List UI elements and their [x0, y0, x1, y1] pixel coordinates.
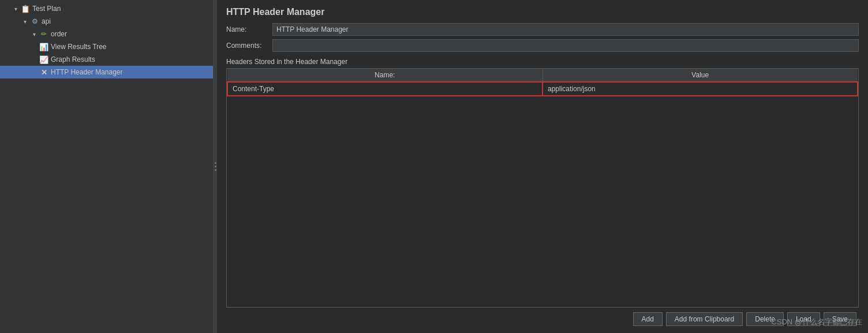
table-header-row: Name: Value [227, 69, 858, 82]
expand-arrow: ▾ [12, 6, 20, 12]
gear-icon: ⚙ [30, 17, 39, 26]
sidebar-item-label: Graph Results [51, 55, 95, 63]
headers-table-body: Content-Typeapplication/json [227, 82, 858, 96]
sidebar-item-label: api [42, 17, 51, 25]
action-buttons-row: AddAdd from ClipboardDeleteLoadSave [226, 308, 859, 328]
sidebar-item-test-plan[interactable]: ▾ 📋 Test Plan [0, 2, 213, 15]
headers-table: Name: Value Content-Typeapplication/json [227, 69, 858, 96]
table-row[interactable]: Content-Typeapplication/json [227, 82, 858, 96]
sidebar: ▾ 📋 Test Plan ▾ ⚙ api ▾ ✏ order 📊 View R… [0, 0, 214, 333]
headers-section-label: Headers Stored in the Header Manager [226, 58, 859, 66]
sidebar-item-order[interactable]: ▾ ✏ order [0, 28, 213, 40]
sidebar-item-label: HTTP Header Manager [51, 68, 123, 76]
sidebar-item-view-results-tree[interactable]: 📊 View Results Tree [0, 40, 213, 53]
name-row: Name: [226, 23, 859, 36]
sidebar-item-api[interactable]: ▾ ⚙ api [0, 15, 213, 28]
sidebar-item-http-header-manager[interactable]: ✕ HTTP Header Manager [0, 66, 213, 78]
add-from-clipboard-button[interactable]: Add from Clipboard [666, 312, 743, 326]
main-panel: HTTP Header Manager Name: Comments: Head… [217, 0, 868, 333]
results-icon: 📊 [39, 42, 48, 51]
panel-title: HTTP Header Manager [226, 7, 859, 17]
expand-arrow: ▾ [30, 31, 38, 38]
watermark: CSDN @什么名字都已存在 [771, 317, 862, 327]
name-label: Name: [226, 25, 272, 33]
expand-arrow: ▾ [21, 18, 29, 25]
graph-icon: 📈 [39, 55, 48, 64]
divider-handle [215, 162, 216, 171]
comments-input[interactable] [272, 39, 859, 52]
cell-value: application/json [542, 82, 858, 96]
sidebar-item-graph-results[interactable]: 📈 Graph Results [0, 53, 213, 66]
cell-name: Content-Type [227, 82, 542, 96]
sidebar-item-label: View Results Tree [51, 43, 107, 51]
add-button[interactable]: Add [633, 312, 663, 326]
order-icon: ✏ [39, 29, 48, 39]
column-header-value: Value [542, 69, 858, 82]
sidebar-item-label: order [51, 30, 67, 38]
column-header-name: Name: [227, 69, 542, 82]
comments-row: Comments: [226, 39, 859, 52]
headers-table-container: Name: Value Content-Typeapplication/json [226, 68, 859, 308]
header-manager-icon: ✕ [39, 68, 48, 77]
name-input[interactable] [272, 23, 859, 36]
headers-section: Headers Stored in the Header Manager Nam… [226, 58, 859, 308]
comments-label: Comments: [226, 42, 272, 50]
testplan-icon: 📋 [21, 4, 30, 13]
sidebar-item-label: Test Plan [32, 5, 61, 13]
